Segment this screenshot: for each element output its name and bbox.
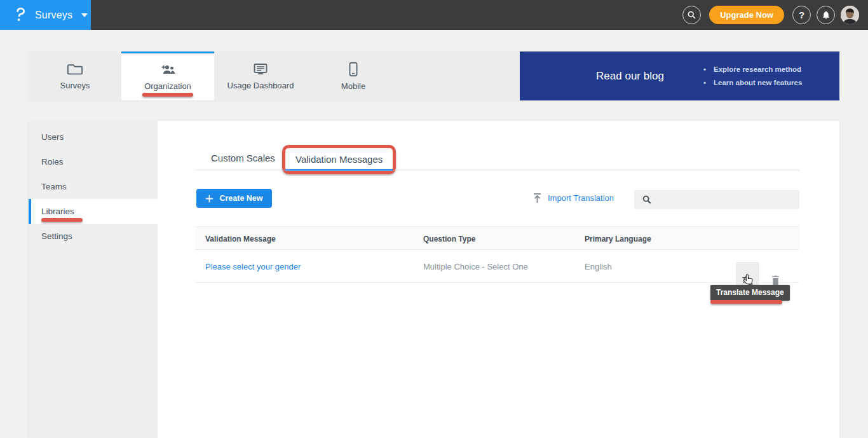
product-name: Surveys [35,10,72,21]
user-avatar[interactable] [841,6,859,24]
blog-bullet-list: Explore research method Learn about new … [703,63,802,90]
translate-message-tooltip: Translate Message [710,285,790,301]
translate-message-button[interactable] [736,262,759,285]
validation-messages-table: Validation Message Question Type Primary… [195,226,799,283]
tab-surveys-label: Surveys [60,81,90,90]
column-header-validation-message: Validation Message [205,235,276,243]
tab-usage-dashboard[interactable]: Usage Dashboard [214,51,307,100]
tab-mobile-label: Mobile [341,81,365,91]
sidebar-item-label: Settings [41,231,72,241]
tabs-divider [195,170,799,170]
tab-mobile[interactable]: Mobile [307,51,400,100]
sidebar-item-settings[interactable]: Settings [29,224,158,249]
chevron-down-icon [81,13,88,17]
blog-title: Read our blog [568,70,692,83]
topbar: Surveys Upgrade Now ? [0,0,868,30]
search-icon [642,195,652,205]
table-row: Please select your gender Multiple Choic… [195,250,799,283]
table-search-field[interactable] [634,190,799,209]
notifications-button[interactable] [817,6,835,24]
blog-bullet: Learn about new features [703,76,802,90]
bell-icon [822,10,831,20]
sidebar-item-roles[interactable]: Roles [29,149,158,174]
create-new-label: Create New [219,194,262,203]
sidebar-item-libraries[interactable]: Libraries [29,199,158,224]
primary-language-value: English [585,262,612,271]
column-header-primary-language: Primary Language [585,235,651,243]
plus-icon [205,195,214,203]
product-switcher[interactable]: Surveys [0,0,91,30]
tab-organization-label: Organization [144,81,191,91]
settings-sidebar: Users Roles Teams Libraries Settings [29,121,158,438]
delete-button[interactable] [769,262,782,276]
page: { "topbar": { "product_name": "Surveys",… [0,0,868,438]
table-header-row: Validation Message Question Type Primary… [195,226,799,250]
tab-custom-scales[interactable]: Custom Scales [211,153,275,163]
tab-validation-messages[interactable]: Validation Messages [285,148,393,171]
libraries-content: Custom Scales Validation Messages Create… [158,121,839,438]
main-panel: Users Roles Teams Libraries Settings Cus… [29,121,839,438]
sidebar-item-label: Users [41,132,64,142]
topbar-actions: Upgrade Now ? [682,0,859,30]
tab-surveys[interactable]: Surveys [29,51,121,100]
module-tabs: Surveys Organization Usage Dashboard Mob… [29,51,400,100]
module-nav-card: Surveys Organization Usage Dashboard Mob… [29,51,839,100]
import-translation-label: Import Translation [548,193,614,203]
sidebar-item-label: Teams [41,182,67,191]
person-add-icon [159,63,177,77]
upload-icon [532,193,542,203]
sidebar-item-label: Libraries [41,207,74,216]
search-input[interactable] [657,190,799,209]
annotation-underline-organization [142,93,193,97]
create-new-button[interactable]: Create New [196,189,272,208]
import-translation-link[interactable]: Import Translation [532,193,614,203]
blog-bullet: Explore research method [703,63,802,76]
annotation-underline-tooltip [710,300,782,304]
annotation-underline-libraries [41,218,83,222]
folder-icon [67,62,83,76]
questionpro-logo [14,6,27,24]
sidebar-item-label: Roles [41,157,64,167]
tab-organization[interactable]: Organization [121,51,214,100]
dashboard-icon [252,62,269,76]
tab-usage-dashboard-label: Usage Dashboard [227,81,294,90]
blog-banner[interactable]: Read our blog Explore research method Le… [520,51,839,100]
column-header-question-type: Question Type [423,235,475,243]
search-icon [687,10,696,20]
help-button[interactable]: ? [792,6,811,24]
validation-message-link[interactable]: Please select your gender [205,262,301,271]
smartphone-icon [348,62,358,77]
upgrade-now-button[interactable]: Upgrade Now [709,6,784,24]
search-button[interactable] [682,6,701,24]
question-type-value: Multiple Choice - Select One [423,262,528,271]
sidebar-item-teams[interactable]: Teams [29,174,158,199]
sidebar-item-users[interactable]: Users [29,125,158,149]
question-mark-icon: ? [799,10,804,20]
